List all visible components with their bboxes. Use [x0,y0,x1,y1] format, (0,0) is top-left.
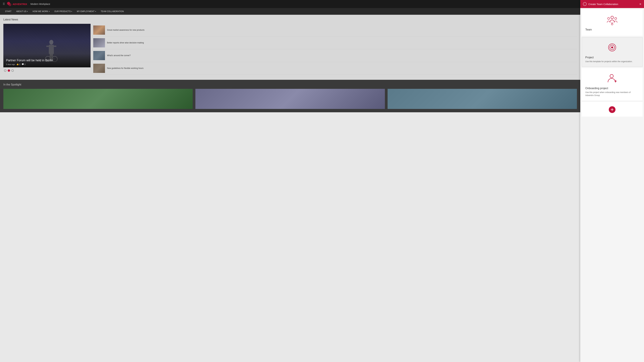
nav-my-employment[interactable]: MY EMPLOYMENT ▾ [74,8,98,15]
slide-dot-1[interactable] [4,69,6,72]
svg-point-12 [608,17,610,19]
svg-rect-5 [54,45,56,47]
svg-point-13 [615,17,617,19]
panel-title: Create Team Collaboration [588,3,618,5]
nav-menu: START ABOUT US ▾ HOW WE WORK ▾ OUR PRODU… [0,8,580,15]
panel-close-button[interactable]: × [639,2,641,6]
comments-count: 💬 2 [22,63,26,65]
featured-image: Partner Forum will be held in Berlin 5 d… [3,24,90,67]
svg-point-20 [610,74,613,78]
spotlight-card-2[interactable] [196,89,385,109]
spotlight-section: In the Spotlight [0,80,580,112]
grid-icon[interactable]: ⠿ [3,2,5,6]
slide-dots [3,69,90,72]
svg-point-2 [49,40,53,44]
news-thumb-4 [93,64,105,73]
top-navbar: ⠿ ADVENTRIX Modern Workplace [0,0,580,8]
featured-title: Partner Forum will be held in Berlin [6,59,88,62]
featured-overlay: Partner Forum will be held in Berlin 5 d… [3,54,90,67]
panel-back-button[interactable]: ← [583,2,587,6]
featured-news[interactable]: Partner Forum will be held in Berlin 5 d… [3,24,90,75]
template-card-project[interactable]: Project Use this template for projects w… [582,37,643,67]
spotlight-grid [3,89,577,109]
news-thumb-2 [93,38,105,47]
svg-point-1 [8,3,12,6]
slide-dot-3[interactable] [12,69,14,72]
list-item[interactable]: Great market awareness for new products [93,24,577,36]
svg-point-19 [611,46,613,48]
news-thumb-3 [93,51,105,60]
chevron-down-icon: ▾ [49,10,50,12]
team-template-name: Team [585,28,639,31]
news-thumb-1 [93,25,105,35]
logo[interactable]: ADVENTRIX [7,2,27,6]
svg-point-14 [611,23,613,25]
nav-start[interactable]: START [3,8,14,15]
svg-line-15 [612,22,612,23]
featured-meta: 5 days ago 👍 2 💬 2 [6,63,88,65]
template-card-extra[interactable] [582,102,643,117]
nav-how-we-work[interactable]: HOW WE WORK ▾ [30,8,52,15]
svg-point-11 [611,16,614,19]
onboarding-template-name: Onboarding project [585,87,639,90]
project-template-name: Project [585,56,639,59]
latest-news-title: Latest News [3,18,577,21]
spotlight-card-1[interactable] [3,89,193,109]
right-panel: ← Create Team Collaboration × [580,0,644,362]
chevron-down-icon: ▾ [71,10,72,12]
news-grid: Partner Forum will be held in Berlin 5 d… [3,24,577,75]
news-text-1: Great market awareness for new products [107,29,144,31]
template-card-onboarding[interactable]: Onboarding project Use this project when… [582,68,643,100]
panel-header: ← Create Team Collaboration × [580,0,644,8]
news-text-3: What's around the corner? [107,54,131,57]
news-text-2: Better reports drive wise decision-makin… [107,41,144,44]
nav-about-us[interactable]: ABOUT US ▾ [14,8,30,15]
svg-line-16 [612,22,613,23]
likes-count: 👍 2 [16,63,20,65]
news-list: Great market awareness for new products … [93,24,577,75]
template-card-team[interactable]: Team [582,9,643,36]
nav-team-collaboration[interactable]: TEAM COLLABORATION [98,8,126,15]
panel-header-left: ← Create Team Collaboration [583,2,618,6]
team-icon [585,14,639,25]
site-name: Modern Workplace [30,3,50,5]
slide-dot-2[interactable] [8,69,10,72]
list-item[interactable]: What's around the corner? [93,49,577,62]
spotlight-title: In the Spotlight [3,83,577,86]
featured-time: 5 days ago [6,63,15,65]
plus-icon [610,108,614,111]
project-icon [585,41,639,53]
spotlight-card-3[interactable] [388,89,577,109]
chevron-down-icon: ▾ [95,10,96,12]
project-template-desc: Use this template for projects within th… [585,60,639,63]
logo-icon [7,2,12,6]
svg-rect-4 [46,45,49,47]
news-text-4: New guidelines for flexible working hour… [107,67,144,70]
nav-our-products[interactable]: OUR PRODUCTS ▾ [52,8,74,15]
extra-template-icon [609,106,616,113]
onboarding-icon [585,72,639,84]
chevron-down-icon: ▾ [27,10,28,12]
onboarding-template-desc: Use this project when onboarding new mem… [585,91,639,97]
back-arrow-icon: ← [584,3,586,5]
logo-text: ADVENTRIX [12,3,27,5]
list-item[interactable]: Better reports drive wise decision-makin… [93,36,577,49]
svg-rect-3 [49,45,54,54]
list-item[interactable]: New guidelines for flexible working hour… [93,62,577,75]
latest-news-section: Latest News [0,15,580,80]
